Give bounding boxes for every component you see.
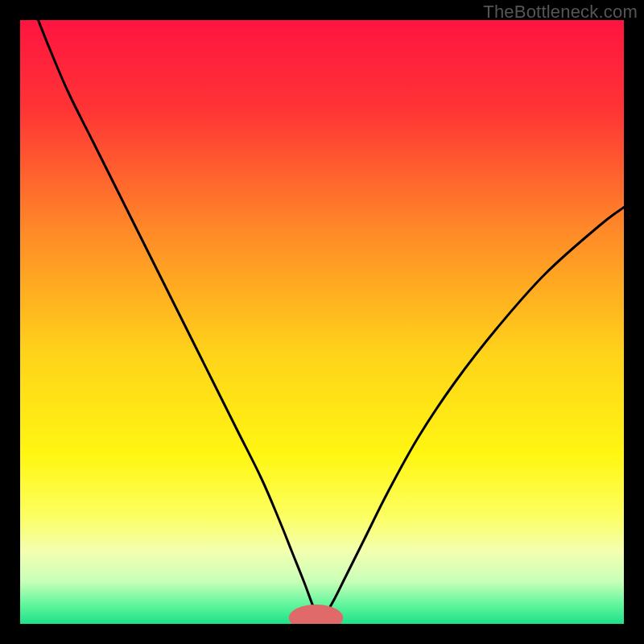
plot-area	[20, 20, 624, 624]
chart-frame: TheBottleneck.com	[0, 0, 644, 644]
chart-background	[20, 20, 624, 624]
chart-svg	[20, 20, 624, 624]
